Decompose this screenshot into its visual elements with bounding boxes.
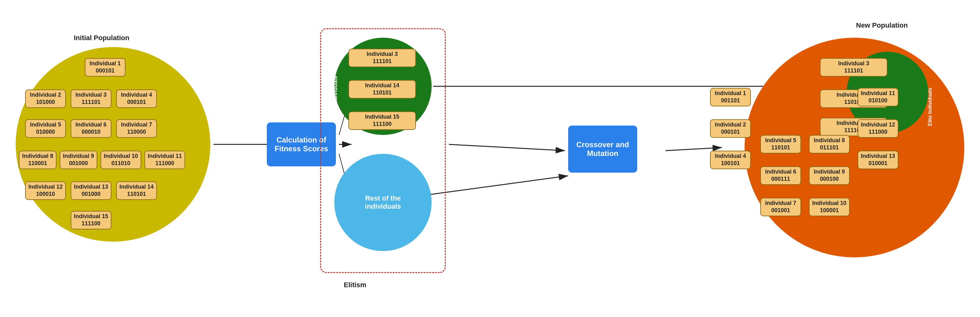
- new-ind-13: Individual 13 010001: [858, 151, 898, 169]
- diagram-container: Initial Population Individual 1 000101 I…: [0, 0, 980, 317]
- elite-ind-15: Individual 15 111100: [348, 112, 416, 130]
- new-ind-6: Individual 6 000111: [760, 166, 801, 185]
- initial-ind-7: Individual 7 110000: [116, 119, 157, 138]
- initial-ind-14: Individual 14 110101: [116, 182, 157, 200]
- initial-ind-5: Individual 5 010000: [25, 119, 66, 138]
- initial-ind-1: Individual 1 000101: [85, 58, 126, 76]
- initial-ind-11: Individual 11 111000: [145, 151, 185, 169]
- new-ind-7: Individual 7 001001: [760, 198, 801, 216]
- new-ind-5: Individual 5 110101: [760, 135, 801, 153]
- new-elite-individuals-label: Elite Individuals: [927, 71, 933, 143]
- elite-ind-3: Individual 3 111101: [348, 49, 416, 67]
- rest-circle: Rest of the individuals: [334, 154, 432, 251]
- new-ind-11: Individual 11 010100: [858, 88, 898, 107]
- new-ind-12: Individual 12 111000: [858, 119, 898, 138]
- initial-ind-10: Individual 10 011010: [100, 151, 141, 169]
- new-ind-4: Individual 4 100101: [710, 151, 751, 169]
- elite-individuals-label: Elite Individuals: [332, 58, 339, 137]
- elite-ind-14: Individual 14 110101: [348, 80, 416, 99]
- initial-ind-13: Individual 13 001000: [71, 182, 111, 200]
- initial-ind-4: Individual 4 000101: [116, 89, 157, 108]
- svg-line-7: [665, 148, 722, 151]
- new-ind-9: Individual 9 000100: [809, 166, 850, 185]
- rest-label: Rest of the individuals: [352, 194, 414, 210]
- initial-ind-8: Individual 8 110001: [19, 151, 57, 169]
- initial-ind-2: Individual 2 101000: [25, 89, 66, 108]
- initial-ind-9: Individual 9 001000: [60, 151, 97, 169]
- new-elite-ind-3: Individual 3 111101: [820, 58, 888, 76]
- initial-ind-12: Individual 12 100010: [25, 182, 66, 200]
- initial-ind-6: Individual 6 000010: [71, 119, 111, 138]
- new-ind-10: Individual 10 100001: [809, 198, 850, 216]
- initial-ind-15: Individual 15 111100: [71, 211, 111, 229]
- initial-population-label: Initial Population: [74, 34, 129, 42]
- new-ind-1: Individual 1 001101: [710, 88, 751, 107]
- new-population-label: New Population: [856, 21, 908, 30]
- new-ind-8: Individual 8 011101: [809, 135, 850, 153]
- crossover-process-box[interactable]: Crossover and Mutation: [568, 126, 637, 173]
- new-ind-2: Individual 2 000101: [710, 119, 751, 138]
- initial-ind-3: Individual 3 111101: [71, 89, 111, 108]
- svg-line-5: [449, 144, 565, 151]
- elitism-label: Elitism: [344, 281, 366, 289]
